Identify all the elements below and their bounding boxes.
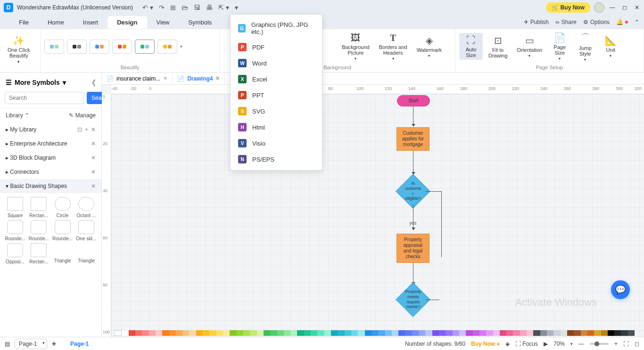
color-swatch[interactable] <box>297 330 304 336</box>
theme-swatch-1[interactable] <box>44 40 64 54</box>
color-swatch[interactable] <box>412 330 419 336</box>
zoom-in-button[interactable]: + <box>614 341 618 347</box>
share-button[interactable]: ∞ Share <box>555 19 577 25</box>
color-swatch[interactable] <box>466 330 472 336</box>
menu-home[interactable]: Home <box>38 16 74 29</box>
color-swatch[interactable] <box>574 330 580 336</box>
print-button[interactable]: 🖶 <box>206 4 213 11</box>
theme-swatch-3[interactable] <box>90 40 109 54</box>
buy-now-button[interactable]: 🛒 Buy Now <box>546 2 590 13</box>
color-swatch[interactable] <box>446 330 452 336</box>
shape-rounde[interactable]: Rounde... <box>4 220 26 241</box>
color-swatch[interactable] <box>567 330 574 336</box>
fit-page-button[interactable]: ⛶ <box>623 341 629 347</box>
flowchart-process-2[interactable]: Property appraisal and legal checks <box>396 234 429 263</box>
document-tab[interactable]: 📄insurance claim...✕ <box>102 73 173 84</box>
chat-fab[interactable]: 💬 <box>611 280 630 299</box>
menu-view[interactable]: View <box>147 16 179 29</box>
color-swatch[interactable] <box>453 330 459 336</box>
more-qat-button[interactable]: ▾ <box>235 4 238 11</box>
ribbon-collapse-button[interactable]: ⌃ <box>635 19 639 25</box>
color-swatch[interactable] <box>378 330 385 336</box>
export-word[interactable]: WWord <box>231 55 322 71</box>
shape-onesid[interactable]: One sid... <box>75 220 98 241</box>
color-swatch[interactable] <box>203 330 209 336</box>
color-swatch[interactable] <box>338 330 344 336</box>
color-swatch[interactable] <box>520 330 527 336</box>
panel-collapse-button[interactable]: 》 <box>88 77 96 87</box>
color-swatch[interactable] <box>176 330 182 336</box>
library-item[interactable]: ▸ Enterprise Architecture✕ <box>0 137 101 151</box>
color-swatch[interactable] <box>324 330 331 336</box>
color-swatch[interactable] <box>243 330 250 336</box>
menu-design[interactable]: Design <box>107 16 147 29</box>
color-swatch[interactable] <box>479 330 486 336</box>
color-swatch[interactable] <box>601 330 608 336</box>
menu-insert[interactable]: Insert <box>74 16 108 29</box>
color-swatch[interactable] <box>149 330 156 336</box>
layers-icon[interactable]: ◈ <box>505 341 510 347</box>
page-selector[interactable]: Page-1 ▾ <box>15 339 47 349</box>
status-buy-now[interactable]: Buy Now ♦ <box>471 341 500 347</box>
maximize-button[interactable]: ◻ <box>620 4 629 11</box>
color-swatch[interactable] <box>527 330 533 336</box>
new-button[interactable]: ⊞ <box>170 4 176 11</box>
publish-button[interactable]: ✈ Publish <box>524 19 549 25</box>
export-pseps[interactable]: NPS/EPS <box>231 151 322 167</box>
color-swatch[interactable] <box>540 330 547 336</box>
color-swatch[interactable] <box>304 330 311 336</box>
shape-rounde[interactable]: Rounde... <box>27 220 50 241</box>
color-swatch[interactable] <box>216 330 223 336</box>
more-symbols-header[interactable]: ☰ More Symbols▾ <box>6 79 66 86</box>
canvas[interactable]: Start Customer applies for mortgage Is c… <box>111 94 644 337</box>
menu-file[interactable]: File <box>9 16 38 29</box>
color-swatch[interactable] <box>209 330 216 336</box>
color-swatch[interactable] <box>223 330 230 336</box>
color-swatch[interactable] <box>358 330 364 336</box>
add-page-button[interactable]: + <box>52 340 56 348</box>
color-swatch[interactable] <box>587 330 594 336</box>
library-item[interactable]: ▸ 3D Block Diagram✕ <box>0 151 101 165</box>
flowchart-connector[interactable] <box>425 300 439 300</box>
document-tab[interactable]: 📄Drawing4✕ <box>173 73 225 84</box>
flowchart-start[interactable]: Start <box>397 95 430 106</box>
menu-symbols[interactable]: Symbols <box>179 16 221 29</box>
redo-button[interactable]: ↷ <box>159 4 165 11</box>
color-swatch[interactable] <box>419 330 425 336</box>
color-swatch[interactable] <box>331 330 338 336</box>
color-swatch[interactable] <box>581 330 587 336</box>
borders-headers-button[interactable]: 𝐓Borders and Headers▾ <box>375 31 411 63</box>
color-swatch[interactable] <box>250 330 256 336</box>
shape-octant[interactable]: Octant ... <box>75 197 98 218</box>
color-swatch[interactable] <box>392 330 398 336</box>
shape-triangle[interactable]: Triangle <box>51 243 74 264</box>
unit-button[interactable]: 📐Unit▾ <box>599 33 622 60</box>
color-swatch[interactable] <box>129 330 135 336</box>
color-swatch[interactable] <box>230 330 236 336</box>
flowchart-process-1[interactable]: Customer applies for mortgage <box>396 127 429 151</box>
shape-circle[interactable]: Circle <box>51 197 74 218</box>
color-swatch[interactable] <box>425 330 432 336</box>
color-swatch[interactable] <box>594 330 601 336</box>
color-swatch[interactable] <box>439 330 446 336</box>
zoom-slider[interactable] <box>590 343 609 345</box>
zoom-level[interactable]: 70% <box>553 341 565 347</box>
color-swatch[interactable] <box>500 330 506 336</box>
export-button[interactable]: ⇱ ▾ <box>218 4 229 11</box>
theme-swatch-6[interactable] <box>157 40 177 54</box>
color-swatch[interactable] <box>547 330 553 336</box>
theme-swatch-5[interactable] <box>135 40 155 54</box>
export-pdf[interactable]: PPDF <box>231 39 322 55</box>
color-swatch[interactable] <box>257 330 264 336</box>
focus-mode-button[interactable]: ⛶ Focus <box>515 341 538 347</box>
color-swatch[interactable] <box>365 330 372 336</box>
page-size-button[interactable]: 📄Page Size▾ <box>548 30 571 63</box>
color-swatch[interactable] <box>621 330 627 336</box>
flowchart-connector[interactable] <box>413 263 413 283</box>
background-picture-button[interactable]: 🖼Background Picture▾ <box>338 31 373 63</box>
color-swatch[interactable] <box>156 330 162 336</box>
color-swatch[interactable] <box>169 330 176 336</box>
library-item[interactable]: ▸ My Library⊡+✕ <box>0 122 101 137</box>
auto-size-button[interactable]: ⛶Auto Size <box>459 33 483 60</box>
color-swatch[interactable] <box>513 330 520 336</box>
